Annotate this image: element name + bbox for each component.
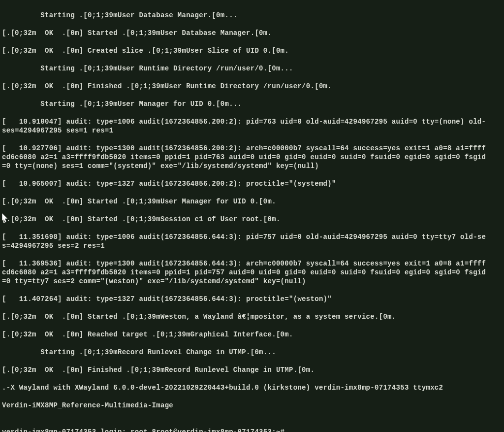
audit-line: [ 11.407264] audit: type=1327 audit(1672… <box>2 295 502 303</box>
boot-line: Starting .[0;1;39mUser Database Manager.… <box>2 11 502 20</box>
audit-line: [ 10.965007] audit: type=1327 audit(1672… <box>2 179 502 188</box>
boot-line: [.[0;32m OK .[0m] Created slice .[0;1;39… <box>2 46 502 55</box>
audit-line: [ 10.910047] audit: type=1006 audit(1672… <box>2 117 502 135</box>
boot-line: [.[0;32m OK .[0m] Started .[0;1;39mUser … <box>2 197 502 206</box>
login-line: verdin-imx8mp-07174353 login: root.8root… <box>2 428 502 432</box>
boot-line: [.[0;32m OK .[0m] Started .[0;1;39mSessi… <box>2 215 502 224</box>
audit-line: [ 10.927706] audit: type=1300 audit(1672… <box>2 144 502 170</box>
distro-line: .-X Wayland with XWayland 6.0.0-devel-20… <box>2 383 502 392</box>
boot-line: Starting .[0;1;39mUser Runtime Directory… <box>2 64 502 73</box>
audit-line: [ 11.351698] audit: type=1006 audit(1672… <box>2 233 502 250</box>
boot-line: Starting .[0;1;39mUser Manager for UID 0… <box>2 100 502 108</box>
boot-line: [.[0;32m OK .[0m] Started .[0;1;39mWesto… <box>2 312 502 321</box>
boot-line: [.[0;32m OK .[0m] Reached target .[0;1;3… <box>2 330 502 339</box>
boot-line: [.[0;32m OK .[0m] Finished .[0;1;39mReco… <box>2 366 502 374</box>
boot-line: [.[0;32m OK .[0m] Started .[0;1;39mUser … <box>2 29 502 37</box>
boot-line: Starting .[0;1;39mRecord Runlevel Change… <box>2 348 502 357</box>
audit-line: [ 11.369536] audit: type=1300 audit(1672… <box>2 259 502 286</box>
terminal-output[interactable]: Starting .[0;1;39mUser Database Manager.… <box>0 0 504 432</box>
distro-line: Verdin-iMX8MP_Reference-Multimedia-Image <box>2 401 502 410</box>
boot-line: [.[0;32m OK .[0m] Finished .[0;1;39mUser… <box>2 82 502 91</box>
